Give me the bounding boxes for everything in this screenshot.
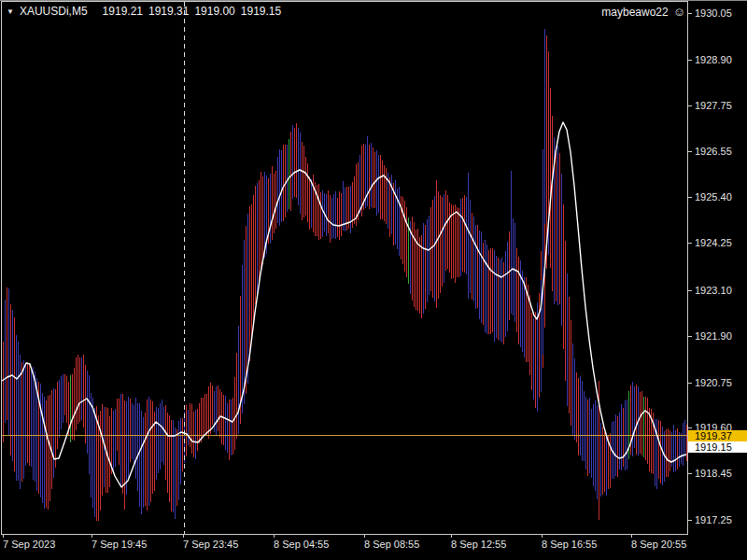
ohlc-close: 1919.15: [241, 5, 281, 18]
time-axis-label: 7 Sep 23:45: [183, 539, 238, 550]
price-axis-label: 1928.90: [695, 54, 732, 65]
price-axis-label: 1920.75: [695, 377, 732, 388]
symbol-period-label: XAUUSDi,M5: [20, 5, 88, 18]
ask-price-badge: 1919.37: [688, 430, 747, 441]
time-axis-label: 8 Sep 16:55: [542, 539, 597, 550]
price-axis-label: 1917.25: [695, 514, 732, 525]
price-axis-label: 1925.40: [695, 191, 732, 203]
metatrader-chart-window: ▼XAUUSDi,M51919.211919.311919.001919.15 …: [0, 0, 747, 560]
time-axis-label: 8 Sep 04:55: [274, 539, 329, 550]
price-axis-label: 1930.05: [695, 7, 732, 19]
price-axis-label: 1918.45: [695, 468, 732, 479]
time-axis-label: 8 Sep 12:55: [451, 539, 506, 550]
account-name: maybeawo22: [601, 6, 668, 19]
chart-title: ▼XAUUSDi,M51919.211919.311919.001919.15: [7, 5, 281, 18]
symbol-dropdown-arrow-icon[interactable]: ▼: [7, 7, 14, 16]
ohlc-open: 1919.21: [103, 5, 143, 18]
smiley-icon: ☺: [673, 5, 685, 19]
time-axis-label: 8 Sep 20:55: [631, 539, 686, 550]
price-axis-label: 1926.55: [695, 146, 732, 157]
chart-canvas[interactable]: [0, 0, 747, 560]
price-axis-label: 1923.10: [695, 285, 732, 296]
bid-price-badge: 1919.15: [688, 441, 747, 453]
price-axis-label: 1927.75: [695, 100, 732, 111]
account-label: maybeawo22☺: [601, 5, 685, 19]
price-axis-label: 1921.90: [695, 330, 732, 342]
time-axis-label: 7 Sep 2023: [3, 539, 55, 550]
ohlc-high: 1919.31: [148, 5, 189, 18]
time-axis-label: 7 Sep 19:45: [92, 539, 147, 550]
time-axis-label: 8 Sep 08:55: [364, 539, 419, 550]
price-axis-label: 1924.25: [695, 237, 732, 248]
ohlc-low: 1919.00: [194, 5, 234, 18]
